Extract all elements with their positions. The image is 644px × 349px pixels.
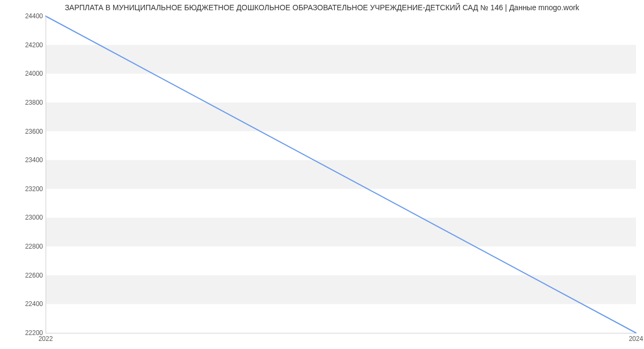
y-tick-label: 23400 [5,156,43,164]
y-axis-line [46,16,46,333]
x-tick-label: 2022 [39,335,53,343]
y-tick-label: 24200 [5,41,43,49]
plot-svg [46,16,636,333]
y-tick-label: 22200 [5,329,43,337]
y-tick-label: 22800 [5,243,43,250]
chart-title: ЗАРПЛАТА В МУНИЦИПАЛЬНОЕ БЮДЖЕТНОЕ ДОШКО… [0,3,644,12]
x-tick-label: 2024 [629,335,643,343]
chart-container: ЗАРПЛАТА В МУНИЦИПАЛЬНОЕ БЮДЖЕТНОЕ ДОШКО… [0,0,644,349]
y-tick-label: 24400 [5,12,43,20]
y-tick-label: 23000 [5,214,43,221]
grid-band [46,103,636,132]
y-tick-label: 23800 [5,99,43,106]
grid-band [46,45,636,74]
y-tick-label: 24000 [5,70,43,77]
y-tick-label: 23200 [5,185,43,193]
y-tick-label: 22400 [5,300,43,308]
plot-area [46,16,636,333]
y-tick-label: 22600 [5,272,43,279]
grid-band [46,217,636,246]
grid-band [46,275,636,304]
y-tick-label: 23600 [5,128,43,135]
